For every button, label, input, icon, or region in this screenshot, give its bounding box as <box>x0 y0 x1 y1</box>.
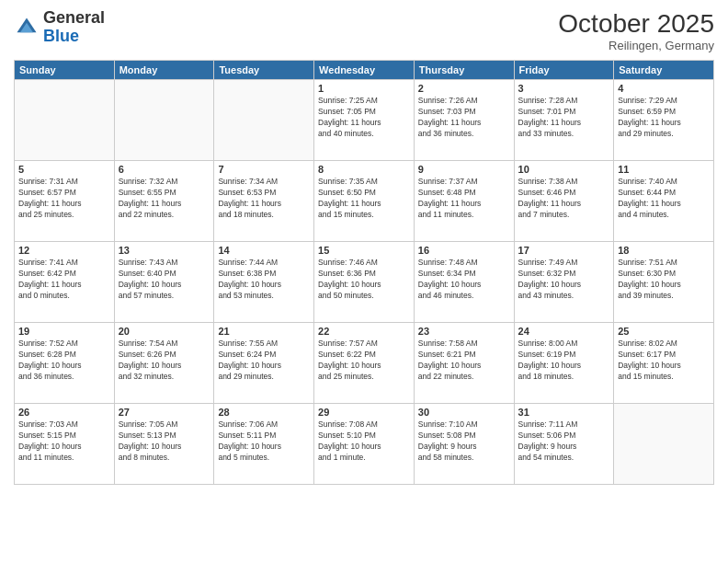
day-cell: 12Sunrise: 7:41 AM Sunset: 6:42 PM Dayli… <box>15 242 115 323</box>
week-row-2: 5Sunrise: 7:31 AM Sunset: 6:57 PM Daylig… <box>15 161 714 242</box>
day-number: 6 <box>119 164 210 175</box>
day-info: Sunrise: 7:38 AM Sunset: 6:46 PM Dayligh… <box>518 177 610 221</box>
day-cell: 18Sunrise: 7:51 AM Sunset: 6:30 PM Dayli… <box>614 242 714 323</box>
day-cell <box>15 80 115 161</box>
day-number: 4 <box>618 83 710 94</box>
day-info: Sunrise: 7:35 AM Sunset: 6:50 PM Dayligh… <box>318 177 410 221</box>
logo-blue: Blue <box>43 27 79 45</box>
day-info: Sunrise: 7:31 AM Sunset: 6:57 PM Dayligh… <box>18 177 110 221</box>
day-number: 12 <box>18 245 110 256</box>
logo-text: General Blue <box>43 9 105 46</box>
page-container: General Blue October 2025 Reilingen, Ger… <box>0 0 728 563</box>
day-info: Sunrise: 7:11 AM Sunset: 5:06 PM Dayligh… <box>518 419 610 464</box>
weekday-header-row: SundayMondayTuesdayWednesdayThursdayFrid… <box>15 61 714 80</box>
day-cell: 27Sunrise: 7:05 AM Sunset: 5:13 PM Dayli… <box>114 404 214 485</box>
day-cell: 6Sunrise: 7:32 AM Sunset: 6:55 PM Daylig… <box>114 161 214 242</box>
day-cell: 31Sunrise: 7:11 AM Sunset: 5:06 PM Dayli… <box>514 404 614 485</box>
day-number: 31 <box>518 407 610 418</box>
day-number: 26 <box>18 407 110 418</box>
day-info: Sunrise: 7:55 AM Sunset: 6:24 PM Dayligh… <box>218 339 310 383</box>
day-number: 21 <box>218 326 310 337</box>
day-number: 11 <box>618 164 710 175</box>
weekday-header-tuesday: Tuesday <box>214 61 314 80</box>
weekday-header-thursday: Thursday <box>414 61 514 80</box>
weekday-header-monday: Monday <box>114 61 214 80</box>
day-number: 10 <box>518 164 610 175</box>
day-cell: 3Sunrise: 7:28 AM Sunset: 7:01 PM Daylig… <box>514 80 614 161</box>
day-cell: 19Sunrise: 7:52 AM Sunset: 6:28 PM Dayli… <box>15 323 115 404</box>
day-number: 20 <box>119 326 210 337</box>
day-info: Sunrise: 7:25 AM Sunset: 7:05 PM Dayligh… <box>318 96 410 140</box>
day-number: 17 <box>518 245 610 256</box>
weekday-header-sunday: Sunday <box>15 61 115 80</box>
day-cell: 2Sunrise: 7:26 AM Sunset: 7:03 PM Daylig… <box>414 80 514 161</box>
day-number: 8 <box>318 164 410 175</box>
day-info: Sunrise: 7:26 AM Sunset: 7:03 PM Dayligh… <box>418 96 510 140</box>
day-number: 5 <box>18 164 110 175</box>
day-cell: 1Sunrise: 7:25 AM Sunset: 7:05 PM Daylig… <box>314 80 415 161</box>
day-cell: 23Sunrise: 7:58 AM Sunset: 6:21 PM Dayli… <box>414 323 514 404</box>
day-info: Sunrise: 7:08 AM Sunset: 5:10 PM Dayligh… <box>318 419 410 464</box>
day-number: 30 <box>418 407 510 418</box>
calendar-table: SundayMondayTuesdayWednesdayThursdayFrid… <box>14 60 714 485</box>
day-number: 13 <box>119 245 210 256</box>
header: General Blue October 2025 Reilingen, Ger… <box>14 9 714 52</box>
week-row-3: 12Sunrise: 7:41 AM Sunset: 6:42 PM Dayli… <box>15 242 714 323</box>
week-row-1: 1Sunrise: 7:25 AM Sunset: 7:05 PM Daylig… <box>15 80 714 161</box>
week-row-5: 26Sunrise: 7:03 AM Sunset: 5:15 PM Dayli… <box>15 404 714 485</box>
weekday-header-friday: Friday <box>514 61 614 80</box>
day-number: 23 <box>418 326 510 337</box>
day-info: Sunrise: 8:02 AM Sunset: 6:17 PM Dayligh… <box>618 339 710 383</box>
day-cell: 25Sunrise: 8:02 AM Sunset: 6:17 PM Dayli… <box>614 323 714 404</box>
day-number: 1 <box>318 83 410 94</box>
day-number: 29 <box>318 407 410 418</box>
day-number: 25 <box>618 326 710 337</box>
logo: General Blue <box>14 9 105 46</box>
day-cell: 17Sunrise: 7:49 AM Sunset: 6:32 PM Dayli… <box>514 242 614 323</box>
title-block: October 2025 Reilingen, Germany <box>558 9 714 52</box>
day-info: Sunrise: 7:58 AM Sunset: 6:21 PM Dayligh… <box>418 339 510 383</box>
week-row-4: 19Sunrise: 7:52 AM Sunset: 6:28 PM Dayli… <box>15 323 714 404</box>
day-info: Sunrise: 7:05 AM Sunset: 5:13 PM Dayligh… <box>119 419 210 464</box>
logo-icon <box>14 15 40 40</box>
day-cell: 15Sunrise: 7:46 AM Sunset: 6:36 PM Dayli… <box>314 242 415 323</box>
day-info: Sunrise: 7:57 AM Sunset: 6:22 PM Dayligh… <box>318 339 410 383</box>
day-info: Sunrise: 8:00 AM Sunset: 6:19 PM Dayligh… <box>518 339 610 383</box>
day-number: 28 <box>218 407 310 418</box>
day-cell: 28Sunrise: 7:06 AM Sunset: 5:11 PM Dayli… <box>214 404 314 485</box>
day-number: 14 <box>218 245 310 256</box>
weekday-header-wednesday: Wednesday <box>314 61 415 80</box>
location: Reilingen, Germany <box>558 39 714 52</box>
day-number: 3 <box>518 83 610 94</box>
day-cell: 7Sunrise: 7:34 AM Sunset: 6:53 PM Daylig… <box>214 161 314 242</box>
day-info: Sunrise: 7:32 AM Sunset: 6:55 PM Dayligh… <box>119 177 210 221</box>
weekday-header-saturday: Saturday <box>614 61 714 80</box>
day-number: 7 <box>218 164 310 175</box>
day-info: Sunrise: 7:52 AM Sunset: 6:28 PM Dayligh… <box>18 339 110 383</box>
day-cell: 30Sunrise: 7:10 AM Sunset: 5:08 PM Dayli… <box>414 404 514 485</box>
day-cell: 8Sunrise: 7:35 AM Sunset: 6:50 PM Daylig… <box>314 161 415 242</box>
day-cell <box>214 80 314 161</box>
day-info: Sunrise: 7:34 AM Sunset: 6:53 PM Dayligh… <box>218 177 310 221</box>
day-info: Sunrise: 7:48 AM Sunset: 6:34 PM Dayligh… <box>418 258 510 302</box>
day-info: Sunrise: 7:10 AM Sunset: 5:08 PM Dayligh… <box>418 419 510 464</box>
day-number: 19 <box>18 326 110 337</box>
day-cell: 21Sunrise: 7:55 AM Sunset: 6:24 PM Dayli… <box>214 323 314 404</box>
day-cell: 5Sunrise: 7:31 AM Sunset: 6:57 PM Daylig… <box>15 161 115 242</box>
day-number: 15 <box>318 245 410 256</box>
day-info: Sunrise: 7:49 AM Sunset: 6:32 PM Dayligh… <box>518 258 610 302</box>
day-info: Sunrise: 7:44 AM Sunset: 6:38 PM Dayligh… <box>218 258 310 302</box>
day-cell: 26Sunrise: 7:03 AM Sunset: 5:15 PM Dayli… <box>15 404 115 485</box>
logo-general: General <box>43 8 105 27</box>
day-info: Sunrise: 7:28 AM Sunset: 7:01 PM Dayligh… <box>518 96 610 140</box>
day-info: Sunrise: 7:46 AM Sunset: 6:36 PM Dayligh… <box>318 258 410 302</box>
day-info: Sunrise: 7:29 AM Sunset: 6:59 PM Dayligh… <box>618 96 710 140</box>
day-cell: 16Sunrise: 7:48 AM Sunset: 6:34 PM Dayli… <box>414 242 514 323</box>
day-info: Sunrise: 7:54 AM Sunset: 6:26 PM Dayligh… <box>119 339 210 383</box>
day-cell: 24Sunrise: 8:00 AM Sunset: 6:19 PM Dayli… <box>514 323 614 404</box>
day-info: Sunrise: 7:06 AM Sunset: 5:11 PM Dayligh… <box>218 419 310 464</box>
day-cell: 11Sunrise: 7:40 AM Sunset: 6:44 PM Dayli… <box>614 161 714 242</box>
day-cell: 29Sunrise: 7:08 AM Sunset: 5:10 PM Dayli… <box>314 404 415 485</box>
day-number: 24 <box>518 326 610 337</box>
day-number: 9 <box>418 164 510 175</box>
